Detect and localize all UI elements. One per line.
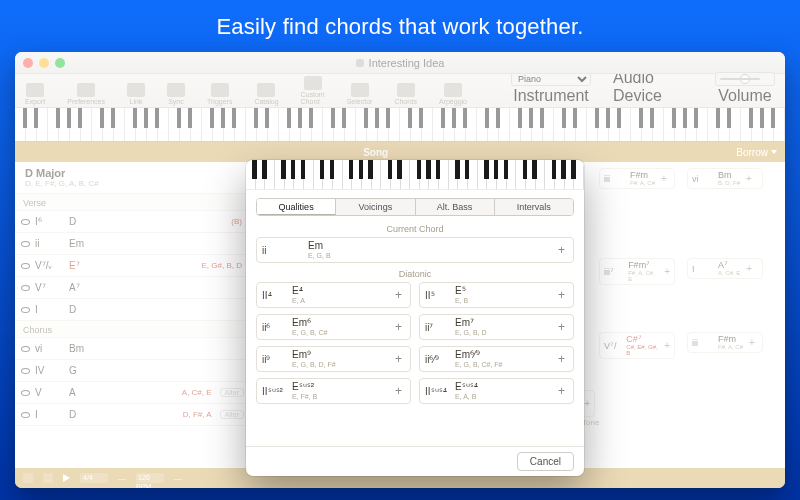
add-chord-button[interactable]: + bbox=[584, 398, 590, 409]
song-chord-row[interactable]: V⁷/ᵥE⁷E, G#, B, D bbox=[15, 255, 250, 277]
roman-numeral: I⁶ bbox=[35, 216, 69, 227]
loop-icon[interactable] bbox=[43, 473, 53, 483]
toolbar-link[interactable]: Link bbox=[127, 83, 145, 105]
song-chord-row[interactable]: ID bbox=[15, 299, 250, 321]
chord-name: F#m bbox=[718, 335, 743, 344]
roman-numeral: ii⁹ bbox=[262, 354, 292, 365]
document-modified-icon bbox=[356, 59, 364, 67]
add-chord-button[interactable]: + bbox=[555, 320, 568, 334]
tempo-field[interactable]: 120 BPM bbox=[136, 473, 164, 483]
diatonic-label: Diatonic bbox=[246, 269, 584, 279]
main-piano[interactable] bbox=[15, 108, 785, 142]
add-chord-button[interactable]: + bbox=[661, 173, 667, 184]
chord-name: D bbox=[69, 409, 76, 420]
export-icon bbox=[26, 83, 44, 97]
roman-numeral: V bbox=[35, 387, 69, 398]
suggestion-card[interactable]: iiiF#mF#, A, C#+ bbox=[599, 168, 675, 189]
toolbar-arpeggio[interactable]: Arpeggio bbox=[439, 83, 467, 105]
toolbar-triggers[interactable]: Triggers bbox=[207, 83, 232, 105]
current-chord-roman: ii bbox=[262, 245, 308, 256]
roman-numeral: V⁷/ᵥ bbox=[35, 260, 69, 271]
roman-numeral: I bbox=[35, 304, 69, 315]
toolbar-chords[interactable]: Chords bbox=[394, 83, 417, 105]
modal-tabs: Qualities Voicings Alt. Bass Intervals bbox=[256, 198, 574, 216]
tab-intervals[interactable]: Intervals bbox=[495, 199, 573, 215]
chord-name: Bm bbox=[718, 171, 740, 180]
chevron-down-icon bbox=[771, 150, 777, 154]
toolbar-selector[interactable]: Selector bbox=[347, 83, 373, 105]
roman-numeral: IIˢᵘˢ² bbox=[262, 386, 292, 397]
chord-name: E⁵ bbox=[455, 286, 555, 297]
toolbar-preferences[interactable]: Preferences bbox=[67, 83, 105, 105]
add-chord-button[interactable]: + bbox=[664, 266, 670, 277]
note-icon bbox=[15, 390, 35, 396]
volume-slider[interactable]: Volume bbox=[715, 72, 775, 105]
roman-numeral: IIˢᵘˢ⁴ bbox=[425, 386, 455, 397]
note-icon bbox=[15, 219, 35, 225]
toolbar-export[interactable]: Export bbox=[25, 83, 45, 105]
add-chord-button[interactable]: + bbox=[392, 320, 405, 334]
song-chord-row[interactable]: viBm bbox=[15, 338, 250, 360]
key-header[interactable]: D Major D, E, F#, G, A, B, C# bbox=[15, 162, 250, 194]
diatonic-chord-cell[interactable]: IIˢᵘˢ²Eˢᵘˢ²E, F#, B+ bbox=[256, 378, 411, 404]
song-chord-row[interactable]: IVG bbox=[15, 360, 250, 382]
current-chord-cell[interactable]: ii Em E, G, B + bbox=[256, 237, 574, 263]
add-chord-button[interactable]: + bbox=[555, 288, 568, 302]
alter-button[interactable]: Alter bbox=[220, 410, 244, 419]
roman-numeral: vi bbox=[692, 174, 718, 184]
add-chord-button[interactable]: + bbox=[746, 263, 752, 274]
play-button[interactable] bbox=[63, 474, 70, 482]
diatonic-chord-cell[interactable]: ii⁷Em⁷E, G, B, D+ bbox=[419, 314, 574, 340]
tab-voicings[interactable]: Voicings bbox=[336, 199, 415, 215]
add-chord-button[interactable]: + bbox=[746, 173, 752, 184]
window-title: Interesting Idea bbox=[15, 57, 785, 69]
diatonic-chord-cell[interactable]: II⁴E⁴E, A+ bbox=[256, 282, 411, 308]
alter-button[interactable]: Alter bbox=[220, 388, 244, 397]
suggestion-card[interactable]: iii⁷F#m⁷F#, A, C#, E+ bbox=[599, 258, 675, 285]
diatonic-chord-cell[interactable]: ii⁹Em⁹E, G, B, D, F#+ bbox=[256, 346, 411, 372]
diatonic-chord-cell[interactable]: IIˢᵘˢ⁴Eˢᵘˢ⁴E, A, B+ bbox=[419, 378, 574, 404]
add-chord-button[interactable]: + bbox=[392, 384, 405, 398]
borrow-dropdown[interactable]: Borrow bbox=[736, 147, 777, 158]
trigger-icon bbox=[211, 83, 229, 97]
toolbar-catalog[interactable]: Catalog bbox=[254, 83, 278, 105]
chord-name: D bbox=[69, 216, 76, 227]
diatonic-chord-cell[interactable]: II⁵E⁵E, B+ bbox=[419, 282, 574, 308]
add-chord-button[interactable]: + bbox=[555, 352, 568, 366]
add-chord-button[interactable]: + bbox=[392, 288, 405, 302]
section-header: Chorus bbox=[15, 321, 250, 338]
chord-notes: E, G, B, C#, F# bbox=[455, 361, 555, 368]
timesig-field[interactable]: 4/4 bbox=[80, 473, 108, 483]
suggestion-card[interactable]: viBmB, D, F#+ bbox=[687, 168, 763, 189]
diatonic-chord-cell[interactable]: ii⁶⁄⁹Em⁶⁄⁹E, G, B, C#, F#+ bbox=[419, 346, 574, 372]
toolbar-custom-chord[interactable]: Custom Chord bbox=[301, 76, 325, 105]
suggestion-card[interactable]: V⁷/C#⁷C#, E#, G#, B+ bbox=[599, 332, 675, 359]
song-chord-row[interactable]: IDD, F#, AAlter bbox=[15, 404, 250, 426]
song-chord-row[interactable]: V⁷A⁷ bbox=[15, 277, 250, 299]
song-chord-row[interactable]: VAA, C#, EAlter bbox=[15, 382, 250, 404]
add-chord-button[interactable]: + bbox=[749, 337, 755, 348]
modal-piano[interactable] bbox=[246, 160, 584, 190]
chord-name: Em⁹ bbox=[292, 350, 392, 361]
tab-qualities[interactable]: Qualities bbox=[257, 199, 336, 215]
add-chord-button[interactable]: + bbox=[555, 243, 568, 257]
toolbar-sync[interactable]: Sync bbox=[167, 83, 185, 105]
cancel-button[interactable]: Cancel bbox=[517, 452, 574, 471]
tab-alt-bass[interactable]: Alt. Bass bbox=[416, 199, 495, 215]
chord-notes: A, C#, E bbox=[718, 270, 740, 276]
song-chord-row[interactable]: I⁶D(B) bbox=[15, 211, 250, 233]
add-chord-button[interactable]: + bbox=[664, 340, 670, 351]
metronome-icon[interactable] bbox=[23, 473, 33, 483]
chord-qualities-modal: Qualities Voicings Alt. Bass Intervals C… bbox=[246, 160, 584, 476]
suggestion-card[interactable]: IA⁷A, C#, E+ bbox=[687, 258, 763, 279]
song-chord-row[interactable]: iiEm bbox=[15, 233, 250, 255]
chord-name: Em bbox=[69, 238, 84, 249]
chord-notes: E, A, B bbox=[455, 393, 555, 400]
diatonic-chord-cell[interactable]: ii⁶Em⁶E, G, B, C#+ bbox=[256, 314, 411, 340]
add-chord-button[interactable]: + bbox=[392, 352, 405, 366]
suggestion-card[interactable]: iiiF#mF#, A, C#+ bbox=[687, 332, 763, 353]
chord-notes: E, G, B, C# bbox=[292, 329, 392, 336]
add-chord-button[interactable]: + bbox=[555, 384, 568, 398]
instrument-select[interactable]: Piano Instrument bbox=[511, 72, 591, 105]
window-title-text: Interesting Idea bbox=[369, 57, 445, 69]
